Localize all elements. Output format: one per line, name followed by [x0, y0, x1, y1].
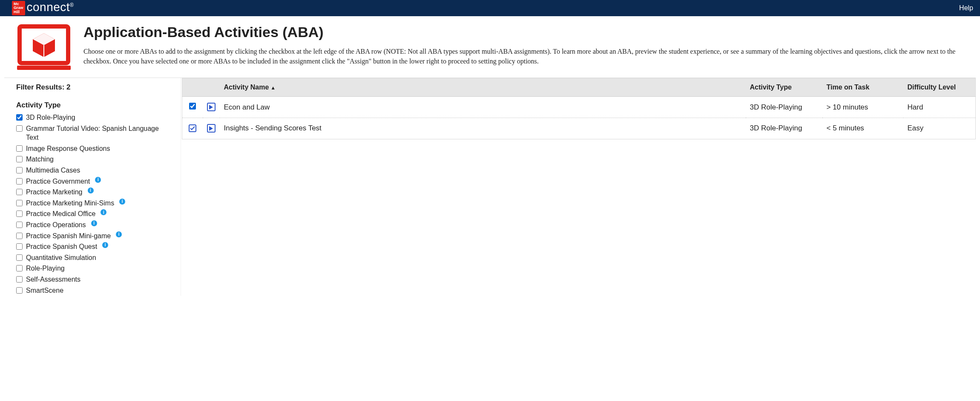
filter-label[interactable]: Self-Assessments: [26, 275, 80, 284]
filter-item: Practice Governmenti: [16, 176, 172, 187]
activity-time: < 5 minutes: [822, 118, 903, 139]
filter-label[interactable]: Practice Spanish Mini-game: [26, 231, 111, 241]
info-icon[interactable]: i: [119, 199, 125, 205]
filter-list: 3D Role-PlayingGrammar Tutorial Video: S…: [16, 112, 172, 296]
filter-results-heading: Filter Results: 2: [16, 83, 172, 92]
activities-table: Activity Name▲ Activity Type Time on Tas…: [182, 78, 976, 139]
col-header-select: [182, 78, 203, 97]
filter-label[interactable]: 3D Role-Playing: [26, 113, 75, 122]
svg-marker-6: [209, 126, 213, 131]
filter-checkbox[interactable]: [16, 114, 23, 121]
activity-time: > 10 minutes: [822, 97, 903, 118]
brand-word: connect®: [27, 0, 74, 14]
row-select-checkbox[interactable]: [189, 124, 196, 132]
filter-checkbox[interactable]: [16, 233, 23, 239]
col-header-name[interactable]: Activity Name▲: [220, 78, 746, 97]
filter-item: Practice Spanish Questi: [16, 241, 172, 252]
top-bar: McGrawHill connect® Help: [0, 0, 980, 16]
filter-checkbox[interactable]: [16, 200, 23, 206]
sort-asc-icon: ▲: [270, 85, 276, 91]
filter-checkbox[interactable]: [16, 222, 23, 228]
filter-checkbox[interactable]: [16, 167, 23, 173]
filter-label[interactable]: Practice Operations: [26, 220, 86, 230]
filter-label[interactable]: Practice Spanish Quest: [26, 242, 97, 251]
filter-label[interactable]: Multimedia Cases: [26, 166, 80, 175]
filter-label[interactable]: SmartScene: [26, 286, 63, 295]
filter-item: Practice Spanish Mini-gamei: [16, 231, 172, 242]
filter-checkbox[interactable]: [16, 125, 23, 132]
filter-checkbox[interactable]: [16, 254, 23, 261]
info-icon[interactable]: i: [95, 177, 101, 183]
col-header-expand: [203, 78, 220, 97]
filter-item: Quantitative Simulation: [16, 252, 172, 263]
table-header-row: Activity Name▲ Activity Type Time on Tas…: [182, 78, 976, 97]
filter-checkbox[interactable]: [16, 178, 23, 185]
page-description: Choose one or more ABAs to add to the as…: [83, 46, 967, 66]
svg-rect-1: [17, 66, 71, 70]
svg-marker-5: [209, 105, 213, 110]
filter-label[interactable]: Practice Marketing: [26, 188, 83, 197]
filter-checkbox[interactable]: [16, 145, 23, 152]
filter-checkbox[interactable]: [16, 276, 23, 283]
filter-item: Practice Marketing Mini-Simsi: [16, 198, 172, 209]
hero-icon: [16, 24, 72, 72]
activity-name: Econ and Law: [220, 97, 746, 118]
filter-label[interactable]: Practice Medical Office: [26, 209, 95, 219]
filter-item: Practice Medical Officei: [16, 208, 172, 219]
filter-item: Role-Playing: [16, 263, 172, 274]
activity-type: 3D Role-Playing: [746, 97, 822, 118]
help-link[interactable]: Help: [959, 4, 973, 12]
brand: McGrawHill connect®: [12, 1, 74, 15]
filter-item: Image Response Questions: [16, 143, 172, 154]
filter-item: Grammar Tutorial Video: Spanish Language…: [16, 123, 172, 143]
filter-checkbox[interactable]: [16, 265, 23, 271]
main-content: Activity Name▲ Activity Type Time on Tas…: [181, 78, 976, 139]
filter-checkbox[interactable]: [16, 243, 23, 250]
filter-checkbox[interactable]: [16, 211, 23, 217]
activity-difficulty: Easy: [903, 118, 976, 139]
filter-checkbox[interactable]: [16, 156, 23, 162]
filter-label[interactable]: Quantitative Simulation: [26, 253, 96, 263]
activity-name: Insights - Sending Scores Test: [220, 118, 746, 139]
table-row: Insights - Sending Scores Test3D Role-Pl…: [182, 118, 976, 139]
info-icon[interactable]: i: [88, 188, 94, 193]
page-title: Application-Based Activities (ABA): [83, 24, 967, 40]
col-header-time[interactable]: Time on Task: [822, 78, 903, 97]
info-icon[interactable]: i: [101, 209, 106, 215]
filter-label[interactable]: Practice Marketing Mini-Sims: [26, 199, 114, 208]
filter-item: Self-Assessments: [16, 274, 172, 285]
info-icon[interactable]: i: [102, 242, 108, 248]
filter-label[interactable]: Image Response Questions: [26, 144, 110, 153]
filter-checkbox[interactable]: [16, 287, 23, 294]
filter-item: Multimedia Cases: [16, 165, 172, 176]
info-icon[interactable]: i: [91, 220, 97, 226]
filter-checkbox[interactable]: [16, 189, 23, 195]
col-header-difficulty[interactable]: Difficulty Level: [903, 78, 976, 97]
col-header-type[interactable]: Activity Type: [746, 78, 822, 97]
page-header: Application-Based Activities (ABA) Choos…: [4, 21, 976, 78]
filter-label[interactable]: Role-Playing: [26, 264, 65, 273]
activity-difficulty: Hard: [903, 97, 976, 118]
filter-label[interactable]: Grammar Tutorial Video: Spanish Language…: [26, 124, 172, 142]
filter-sidebar: Filter Results: 2 Activity Type 3D Role-…: [4, 78, 181, 296]
filter-item: Matching: [16, 154, 172, 165]
table-row: Econ and Law3D Role-Playing> 10 minutesH…: [182, 97, 976, 118]
expand-row-button[interactable]: [207, 124, 216, 133]
info-icon[interactable]: i: [116, 231, 122, 237]
row-select-checkbox[interactable]: [189, 103, 196, 110]
filter-item: 3D Role-Playing: [16, 112, 172, 123]
activity-type: 3D Role-Playing: [746, 118, 822, 139]
filter-label[interactable]: Practice Government: [26, 177, 90, 186]
filter-item: Practice Marketingi: [16, 187, 172, 198]
filter-label[interactable]: Matching: [26, 155, 54, 164]
filter-item: Practice Operationsi: [16, 219, 172, 231]
brand-tile: McGrawHill: [12, 1, 25, 15]
filter-item: SmartScene: [16, 285, 172, 296]
filter-section-title: Activity Type: [16, 101, 172, 110]
expand-row-button[interactable]: [207, 103, 216, 111]
